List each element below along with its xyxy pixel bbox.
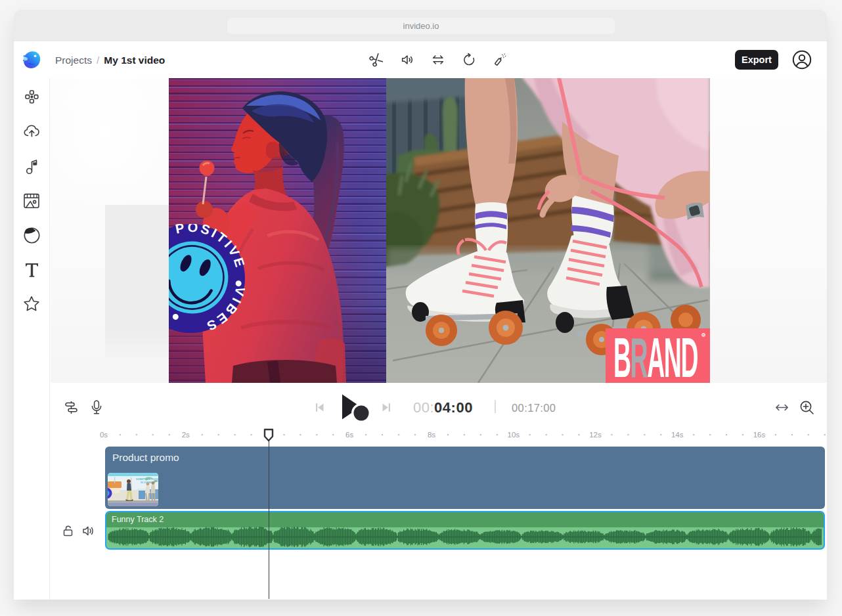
svg-text:R: R <box>702 333 705 337</box>
svg-text:BRAND: BRAND <box>613 328 698 383</box>
svg-text:10s: 10s <box>508 431 520 439</box>
svg-text:2s: 2s <box>182 431 190 439</box>
svg-text:8s: 8s <box>428 431 435 439</box>
svg-text:12s: 12s <box>589 431 602 439</box>
svg-text:6s: 6s <box>345 431 353 439</box>
svg-text:14s: 14s <box>671 431 684 439</box>
svg-text:0s: 0s <box>100 431 108 439</box>
svg-text:16s: 16s <box>753 431 766 439</box>
